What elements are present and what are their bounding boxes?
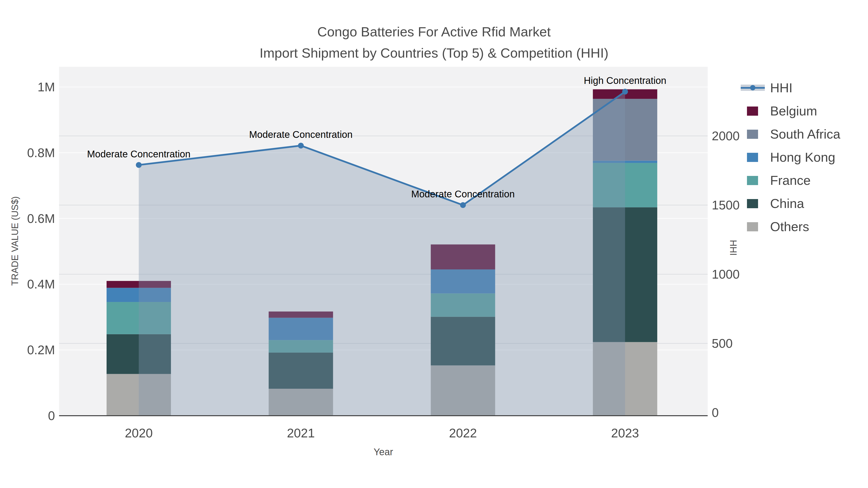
legend-item-others[interactable]: Others — [741, 215, 840, 238]
x-tick-2023: 2023 — [611, 426, 639, 440]
right-tick-1000: 1000 — [712, 267, 740, 281]
annotation-2022: Moderate Concentration — [411, 189, 515, 199]
legend-item-china[interactable]: China — [741, 192, 840, 215]
legend-item-france[interactable]: France — [741, 169, 840, 192]
legend-item-south-africa[interactable]: South Africa — [741, 123, 840, 145]
x-axis-title: Year — [374, 447, 393, 457]
x-tick-2021: 2021 — [287, 426, 315, 440]
hhi-marker-2022 — [460, 202, 466, 208]
legend-swatch-icon-china — [741, 199, 765, 208]
legend-label: China — [770, 196, 804, 211]
left-tick-0.2M: 0.2M — [27, 343, 55, 357]
left-axis-title: TRADE VALUE (US$) — [10, 196, 20, 286]
annotation-2020: Moderate Concentration — [87, 149, 190, 159]
legend: HHIBelgiumSouth AfricaHong KongFranceChi… — [741, 76, 840, 238]
left-tick-1M: 1M — [38, 80, 55, 94]
legend-label: Hong Kong — [770, 150, 835, 165]
left-tick-0.6M: 0.6M — [27, 212, 55, 226]
legend-label: South Africa — [770, 127, 840, 141]
hhi-marker-2023 — [622, 89, 628, 94]
legend-swatch-icon-hong-kong — [741, 152, 765, 162]
legend-swatch-icon-south-africa — [741, 129, 765, 139]
left-tick-0: 0 — [48, 409, 55, 423]
chart-page: Congo Batteries For Active Rfid Market I… — [0, 0, 868, 488]
left-tick-0.8M: 0.8M — [27, 146, 55, 160]
legend-item-belgium[interactable]: Belgium — [741, 99, 840, 123]
legend-label: France — [770, 173, 811, 188]
hhi-marker-2021 — [298, 143, 304, 149]
right-tick-2000: 2000 — [712, 129, 740, 143]
hhi-marker-2020 — [136, 162, 142, 168]
right-tick-500: 500 — [712, 336, 733, 350]
right-axis-title: HHI — [728, 240, 738, 255]
x-tick-2020: 2020 — [125, 426, 153, 440]
left-tick-0.4M: 0.4M — [27, 277, 55, 291]
x-tick-2022: 2022 — [449, 426, 477, 440]
right-tick-1500: 1500 — [712, 198, 740, 212]
right-tick-0: 0 — [712, 405, 719, 420]
hhi-line-swatch-icon — [741, 83, 765, 93]
legend-item-hhi[interactable]: HHI — [741, 76, 840, 99]
legend-swatch-icon-france — [741, 175, 765, 185]
annotation-2021: Moderate Concentration — [249, 129, 352, 140]
legend-label: HHI — [770, 80, 793, 95]
legend-swatch-icon-others — [741, 222, 765, 231]
legend-swatch-icon-belgium — [741, 106, 765, 116]
legend-item-hong-kong[interactable]: Hong Kong — [741, 145, 840, 169]
annotation-2023: High Concentration — [584, 75, 666, 86]
legend-label: Belgium — [770, 103, 817, 118]
legend-label: Others — [770, 219, 809, 234]
